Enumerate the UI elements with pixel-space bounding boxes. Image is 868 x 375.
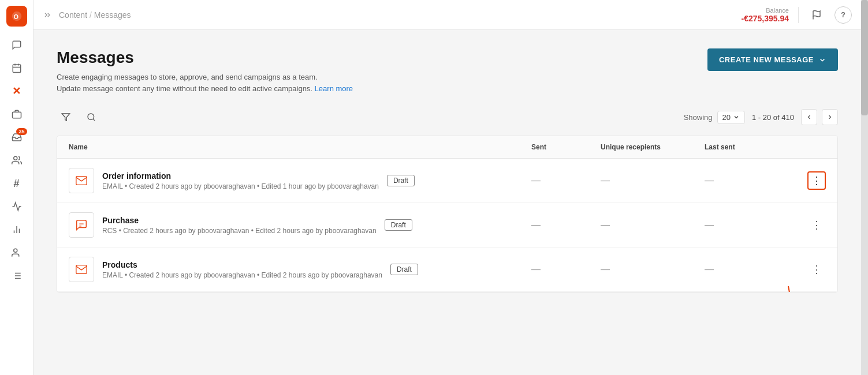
col-actions	[797, 143, 826, 151]
row-menu-button[interactable]: ⋮	[807, 216, 826, 234]
email-icon	[69, 168, 94, 193]
sidebar-item-contacts[interactable]	[5, 150, 28, 171]
draft-badge: Draft	[387, 175, 415, 186]
sidebar-item-chat[interactable]	[5, 35, 28, 55]
col-last-sent: Last sent	[705, 143, 797, 151]
logo[interactable]: O	[6, 6, 27, 27]
unique-value: —	[601, 264, 705, 275]
toolbar-left	[57, 108, 100, 126]
page-header-left: Messages Create engaging messages to sto…	[57, 48, 353, 94]
row-meta: EMAIL • Created 2 hours ago by pboovarag…	[102, 182, 379, 190]
next-page-button[interactable]	[822, 109, 838, 125]
sidebar-item-campaigns[interactable]	[5, 104, 28, 125]
table-row: Products EMAIL • Created 2 hours ago by …	[57, 247, 837, 292]
toolbar-row: Showing 20 1 - 20 of 410	[57, 108, 838, 126]
table-header: Name Sent Unique recepients Last sent	[57, 136, 837, 159]
row-name: Purchase	[102, 216, 377, 225]
svg-point-7	[13, 156, 17, 160]
prev-page-button[interactable]	[801, 109, 817, 125]
balance-label: Balance	[741, 7, 789, 14]
page-range: 1 - 20 of 410	[752, 113, 794, 122]
row-info: Purchase RCS • Created 2 hours ago by pb…	[102, 216, 377, 235]
row-actions: ⋮	[797, 216, 826, 234]
svg-point-11	[13, 249, 17, 252]
rcs-icon	[69, 212, 94, 238]
sidebar-item-chart[interactable]	[5, 219, 28, 240]
unique-value: —	[601, 220, 705, 230]
create-new-message-button[interactable]: CREATE NEW MESSAGE	[707, 48, 838, 71]
svg-text:O: O	[13, 13, 18, 20]
topbar-right: Balance -€275,395.94 ?	[741, 6, 852, 24]
col-name: Name	[69, 143, 531, 151]
last-sent-value: —	[705, 220, 797, 230]
unique-value: —	[601, 175, 705, 186]
flag-icon[interactable]	[808, 6, 825, 24]
row-info: Products EMAIL • Created 2 hours ago by …	[102, 260, 382, 279]
breadcrumb-separator: /	[87, 10, 94, 20]
sidebar-item-list[interactable]	[5, 265, 28, 286]
inbox-badge: 35	[16, 128, 27, 135]
sidebar-item-inbox[interactable]: 35	[5, 127, 28, 148]
draft-badge: Draft	[390, 264, 418, 275]
row-meta: EMAIL • Created 2 hours ago by pboovarag…	[102, 271, 382, 279]
expand-button[interactable]	[43, 10, 52, 20]
showing-count-selector[interactable]: 20	[717, 111, 745, 124]
svg-marker-19	[62, 114, 69, 121]
row-name-cell: Products EMAIL • Created 2 hours ago by …	[69, 257, 531, 282]
breadcrumb-current: Messages	[94, 10, 131, 20]
col-unique: Unique recepients	[601, 143, 705, 151]
toolbar-right: Showing 20 1 - 20 of 410	[684, 109, 838, 125]
col-sent: Sent	[531, 143, 601, 151]
sidebar-item-hashtag[interactable]: #	[5, 173, 28, 194]
balance-value: -€275,395.94	[741, 14, 789, 23]
row-actions: ⋮	[797, 260, 826, 279]
page-content: Messages Create engaging messages to sto…	[33, 30, 861, 375]
draft-badge: Draft	[385, 219, 412, 231]
balance-section: Balance -€275,395.94	[741, 7, 799, 23]
last-sent-value: —	[705, 175, 797, 186]
sent-value: —	[531, 175, 601, 186]
main-content: Content / Messages Balance -€275,395.94 …	[33, 0, 861, 375]
sidebar-item-analytics[interactable]	[5, 196, 28, 217]
page-header: Messages Create engaging messages to sto…	[57, 48, 838, 94]
table-row: Purchase RCS • Created 2 hours ago by pb…	[57, 203, 837, 247]
row-actions: ⋮	[797, 171, 826, 190]
sidebar-item-x[interactable]: ✕	[5, 81, 28, 102]
svg-rect-6	[12, 112, 21, 118]
sidebar-item-people[interactable]	[5, 242, 28, 263]
help-icon[interactable]: ?	[835, 6, 852, 24]
email-icon	[69, 257, 94, 282]
filter-button[interactable]	[57, 108, 75, 126]
row-name: Products	[102, 260, 382, 269]
desc-line1: Create engaging messages to store, appro…	[57, 73, 318, 81]
row-name: Order information	[102, 171, 379, 181]
desc-line2: Update message content any time without …	[57, 84, 312, 93]
showing-count-value: 20	[722, 113, 731, 122]
learn-more-link[interactable]: Learn more	[315, 84, 353, 93]
sidebar-item-calendar[interactable]	[5, 58, 28, 78]
showing-label: Showing	[684, 113, 713, 122]
row-name-cell: Purchase RCS • Created 2 hours ago by pb…	[69, 212, 531, 238]
table-row: Order information EMAIL • Created 2 hour…	[57, 159, 837, 203]
row-meta: RCS • Created 2 hours ago by pboovaragha…	[102, 227, 377, 235]
create-button-label: CREATE NEW MESSAGE	[719, 55, 814, 64]
page-description: Create engaging messages to store, appro…	[57, 72, 353, 94]
svg-rect-2	[13, 65, 21, 73]
svg-point-20	[88, 114, 94, 120]
messages-table: Name Sent Unique recepients Last sent Or…	[57, 136, 838, 292]
sent-value: —	[531, 220, 601, 230]
breadcrumb: Content / Messages	[59, 10, 734, 20]
last-sent-value: —	[705, 264, 797, 275]
row-menu-button[interactable]: ⋮	[807, 171, 826, 190]
scrollbar-thumb[interactable]	[861, 0, 868, 115]
topbar: Content / Messages Balance -€275,395.94 …	[33, 0, 861, 30]
scrollbar[interactable]	[861, 0, 868, 375]
svg-line-21	[93, 119, 95, 121]
page-title: Messages	[57, 48, 353, 67]
breadcrumb-parent: Content	[59, 10, 87, 20]
row-info: Order information EMAIL • Created 2 hour…	[102, 171, 379, 190]
search-button[interactable]	[82, 108, 100, 126]
row-menu-button[interactable]: ⋮	[807, 260, 826, 279]
sidebar: O ✕ 35 #	[0, 0, 33, 375]
sent-value: —	[531, 264, 601, 275]
